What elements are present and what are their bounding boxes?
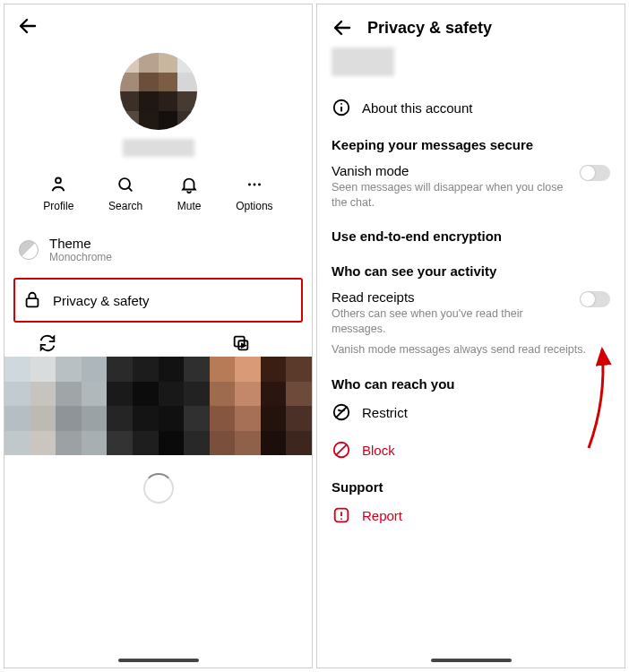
report-row[interactable]: Report [332,496,610,534]
svg-point-14 [340,103,342,105]
read-sub1: Others can see when you've read their me… [332,306,610,337]
profile-action[interactable]: Profile [43,175,73,212]
restrict-label: Restrict [362,405,408,420]
heading-reach: Who can reach you [332,366,610,393]
heading-activity: Who can see your activity [332,253,610,280]
vanish-sub: Seen messages will disappear when you cl… [332,180,610,211]
vanish-title: Vanish mode [332,163,610,178]
about-account-row[interactable]: About this account [332,89,610,126]
chat-detail-screen: Profile Search Mute Options Theme Monoch… [4,4,313,668]
restrict-icon [332,402,351,422]
theme-label: Theme [49,236,112,251]
account-name [332,47,394,76]
block-row[interactable]: Block [332,431,610,469]
home-indicator [118,659,199,662]
report-label: Report [362,508,402,523]
mute-label: Mute [177,200,202,212]
svg-rect-7 [27,298,39,306]
report-icon [332,505,351,525]
options-action[interactable]: Options [236,175,272,212]
search-action[interactable]: Search [108,175,142,212]
block-label: Block [362,443,395,458]
profile-name [123,139,194,157]
media-collection-icon[interactable] [231,333,251,353]
profile-avatar[interactable] [120,53,197,130]
svg-line-16 [336,407,348,418]
more-icon [245,175,264,194]
search-icon [116,175,135,194]
heading-keeping: Keeping your messages secure [332,126,610,154]
e2e-label: Use end-to-end encryption [332,228,502,244]
profile-label: Profile [43,200,73,212]
mute-action[interactable]: Mute [177,175,202,212]
home-indicator [431,659,512,662]
svg-line-3 [129,188,133,192]
heading-support: Support [332,469,610,496]
read-receipts-row: Read receipts Others can see when you've… [332,280,610,366]
theme-sub: Monochrome [49,251,112,263]
theme-icon [19,240,39,260]
block-icon [332,440,351,460]
about-label: About this account [362,100,472,116]
options-label: Options [236,200,272,212]
read-title: Read receipts [332,289,610,305]
person-icon [48,175,68,194]
lock-icon [22,290,42,310]
back-button[interactable] [332,17,353,39]
vanish-mode-row: Vanish mode Seen messages will disappear… [332,154,610,220]
bell-icon [179,175,199,194]
read-receipts-toggle[interactable] [580,291,610,307]
svg-point-4 [248,184,251,186]
svg-point-1 [56,177,61,183]
back-button[interactable] [17,15,39,37]
privacy-safety-screen: Privacy & safety About this account Keep… [316,4,625,668]
svg-line-18 [336,444,347,455]
restrict-row[interactable]: Restrict [332,393,610,431]
read-sub2: Vanish mode messages always send read re… [332,342,610,358]
sync-icon[interactable] [38,333,57,353]
theme-row[interactable]: Theme Monochrome [4,227,312,272]
search-label: Search [108,200,142,212]
svg-point-5 [253,184,255,186]
svg-point-21 [340,519,342,521]
svg-marker-10 [242,344,246,348]
shared-media-strip[interactable] [4,357,312,455]
vanish-toggle[interactable] [580,165,610,181]
svg-point-6 [258,184,261,186]
e2e-row[interactable]: Use end-to-end encryption [332,220,610,253]
privacy-label: Privacy & safety [53,293,150,308]
loading-spinner [143,473,174,504]
info-icon [332,98,351,117]
page-title: Privacy & safety [367,19,492,38]
privacy-safety-row[interactable]: Privacy & safety [13,278,303,323]
svg-point-2 [119,178,130,189]
